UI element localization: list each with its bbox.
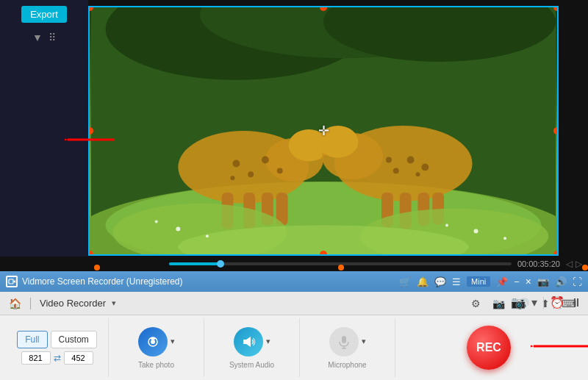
region-section: Full Custom ⇄ xyxy=(6,318,109,377)
svg-point-12 xyxy=(277,168,283,173)
titlebar-icons: 🛒 🔔 💬 ☰ Mini 📌 − × 📷 🔊 ⛶ xyxy=(399,276,582,287)
svg-point-10 xyxy=(248,171,254,177)
top-right-more-icon[interactable]: ▾ xyxy=(531,295,537,309)
recorder-title: Vidmore Screen Recorder (Unregistered) xyxy=(22,276,395,287)
video-area: Export ▼ ⠿ xyxy=(0,0,588,272)
svg-point-23 xyxy=(421,163,429,171)
handle-bottom-mid[interactable] xyxy=(320,251,327,256)
chat-icon[interactable]: 💬 xyxy=(434,276,446,287)
recorder-app-icon xyxy=(6,276,18,287)
handle-mid-right[interactable] xyxy=(553,127,559,135)
size-row: ⇄ xyxy=(21,351,93,365)
svg-point-9 xyxy=(232,160,240,168)
svg-point-25 xyxy=(416,172,420,176)
svg-point-35 xyxy=(155,221,158,223)
webcam-top-icon[interactable]: 📷 xyxy=(490,296,508,311)
speaker-circle xyxy=(234,327,263,356)
speaker-dropdown-arrow[interactable]: ▾ xyxy=(266,337,270,346)
full-mode-button[interactable]: Full xyxy=(17,331,47,348)
crosshair-icon: ✛ xyxy=(318,123,329,139)
svg-point-24 xyxy=(386,157,392,163)
video-canvas: ✛ xyxy=(88,6,559,256)
pin-icon[interactable]: 📌 xyxy=(496,276,508,287)
handle-bottom-right[interactable] xyxy=(553,251,559,256)
svg-rect-45 xyxy=(151,337,155,340)
swap-icon[interactable]: ⇄ xyxy=(54,353,61,363)
speaker-section: ▾ System Audio xyxy=(204,318,300,377)
recorder-titlebar: Vidmore Screen Recorder (Unregistered) 🛒… xyxy=(0,271,588,292)
timeline-progress xyxy=(169,262,220,265)
svg-marker-46 xyxy=(243,337,251,347)
bell-icon[interactable]: 🔔 xyxy=(417,276,429,287)
screenshot-icon[interactable]: 📷 xyxy=(537,276,549,287)
speaker-row: ▾ xyxy=(234,327,270,356)
rec-section: REC xyxy=(395,318,582,377)
mini-button[interactable]: Mini xyxy=(467,276,490,287)
svg-point-44 xyxy=(151,340,155,344)
take-photo-label: Take photo xyxy=(138,361,174,369)
camera-section: ▾ Take photo xyxy=(109,318,204,377)
menu-icon[interactable]: ☰ xyxy=(452,276,461,287)
marker-end xyxy=(582,265,588,270)
camera-dropdown-arrow[interactable]: ▾ xyxy=(171,337,175,346)
mic-circle xyxy=(329,327,359,356)
mic-dropdown-arrow[interactable]: ▾ xyxy=(362,337,366,346)
custom-mode-button[interactable]: Custom xyxy=(51,331,97,348)
controls-right-icons: 📷 ▾ ⏰ ⏸ xyxy=(511,295,582,309)
system-audio-label: System Audio xyxy=(229,361,274,369)
close-icon[interactable]: × xyxy=(526,276,531,287)
marker-start xyxy=(94,265,100,270)
cart-icon[interactable]: 🛒 xyxy=(399,276,411,287)
home-icon[interactable]: 🏠 xyxy=(9,298,21,309)
top-right-pause-icon[interactable]: ⏸ xyxy=(570,296,582,309)
rec-arrow xyxy=(531,335,588,360)
svg-point-22 xyxy=(393,168,399,173)
controls-main: Full Custom ⇄ ▾ Take p xyxy=(0,315,588,380)
handle-top-right[interactable] xyxy=(553,6,559,11)
handle-bottom-left[interactable] xyxy=(88,251,93,256)
marker-mid xyxy=(338,265,344,270)
top-right-clock-icon[interactable]: ⏰ xyxy=(550,295,564,309)
rec-button[interactable]: REC xyxy=(467,326,511,370)
svg-rect-47 xyxy=(342,336,346,343)
svg-rect-41 xyxy=(9,279,13,284)
expand-icon[interactable]: ⛶ xyxy=(573,276,582,287)
settings-icon[interactable]: ⚙ xyxy=(468,296,484,311)
grid-icon[interactable]: ⠿ xyxy=(49,32,56,43)
filter-icon[interactable]: ▼ xyxy=(32,32,43,43)
svg-point-36 xyxy=(474,229,478,233)
controls-topbar: 🏠 Video Recorder ▾ ⚙ 📷 🔊 ⬆ ⌨ xyxy=(0,292,588,315)
volume-icon[interactable]: 🔊 xyxy=(555,276,567,287)
minimize-icon[interactable]: − xyxy=(514,276,520,287)
svg-point-34 xyxy=(206,234,209,237)
svg-point-37 xyxy=(503,237,506,240)
timeline-markers xyxy=(88,266,588,270)
svg-point-13 xyxy=(231,176,235,180)
width-input[interactable] xyxy=(21,351,51,365)
svg-point-38 xyxy=(445,223,448,226)
red-arrow-left xyxy=(65,129,116,154)
export-button[interactable]: Export xyxy=(21,6,67,23)
topbar-divider xyxy=(30,298,31,309)
mic-row: ▾ xyxy=(329,327,366,356)
svg-point-11 xyxy=(262,157,269,164)
breadcrumb-label: Video Recorder xyxy=(40,298,106,309)
camera-row: ▾ xyxy=(138,327,175,356)
breadcrumb-dropdown[interactable]: ▾ xyxy=(112,298,116,308)
camera-circle xyxy=(138,327,168,356)
svg-point-33 xyxy=(176,226,180,231)
mic-section: ▾ Microphone xyxy=(300,318,395,377)
recorder-controls: 🏠 Video Recorder ▾ ⚙ 📷 🔊 ⬆ ⌨ Full Custom… xyxy=(0,292,588,380)
top-right-camera-icon[interactable]: 📷 xyxy=(511,295,526,309)
height-input[interactable] xyxy=(64,351,93,365)
mic-label: Microphone xyxy=(328,361,366,369)
svg-point-21 xyxy=(407,157,415,164)
mode-buttons: Full Custom xyxy=(17,331,97,348)
